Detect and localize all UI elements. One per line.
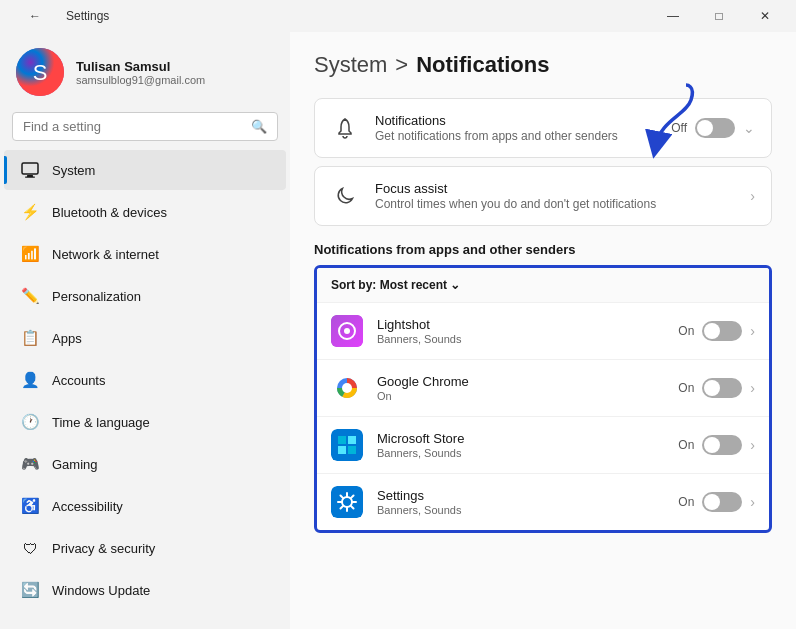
search-icon: 🔍 bbox=[251, 119, 267, 134]
nav-system-label: System bbox=[52, 163, 95, 178]
svg-rect-4 bbox=[25, 177, 35, 178]
chrome-name: Google Chrome bbox=[377, 374, 664, 389]
nav-accounts[interactable]: 👤 Accounts bbox=[4, 360, 286, 400]
nav-time[interactable]: 🕐 Time & language bbox=[4, 402, 286, 442]
lightshot-name: Lightshot bbox=[377, 317, 664, 332]
time-icon: 🕐 bbox=[20, 412, 40, 432]
bell-icon bbox=[331, 114, 359, 142]
focus-assist-text: Focus assist Control times when you do a… bbox=[375, 181, 734, 211]
chrome-detail: On bbox=[377, 390, 664, 402]
sort-by-label: Sort by: bbox=[331, 278, 376, 292]
nav-update[interactable]: 🔄 Windows Update bbox=[4, 570, 286, 610]
nav-apps[interactable]: 📋 Apps bbox=[4, 318, 286, 358]
nav-gaming[interactable]: 🎮 Gaming bbox=[4, 444, 286, 484]
breadcrumb-current: Notifications bbox=[416, 52, 549, 78]
profile-info: Tulisan Samsul samsulblog91@gmail.com bbox=[76, 59, 205, 86]
nav-bluetooth[interactable]: ⚡ Bluetooth & devices bbox=[4, 192, 286, 232]
focus-assist-subtitle: Control times when you do and don't get … bbox=[375, 197, 734, 211]
avatar: S bbox=[16, 48, 64, 96]
search-bar[interactable]: 🔍 bbox=[12, 112, 278, 141]
minimize-button[interactable]: — bbox=[650, 0, 696, 32]
focus-assist-row[interactable]: Focus assist Control times when you do a… bbox=[315, 167, 771, 225]
profile-section[interactable]: S Tulisan Samsul samsulblog91@gmail.com bbox=[0, 32, 290, 108]
apps-icon: 📋 bbox=[20, 328, 40, 348]
chrome-toggle-label: On bbox=[678, 381, 694, 395]
notifications-control: Off ⌄ bbox=[671, 118, 755, 138]
search-input[interactable] bbox=[23, 119, 243, 134]
maximize-button[interactable]: □ bbox=[696, 0, 742, 32]
app-title: Settings bbox=[66, 9, 109, 23]
focus-assist-control: › bbox=[750, 188, 755, 204]
app-row-settings[interactable]: Settings Banners, Sounds On › bbox=[317, 474, 769, 530]
lightshot-control: On › bbox=[678, 321, 755, 341]
msstore-toggle[interactable] bbox=[702, 435, 742, 455]
accessibility-icon: ♿ bbox=[20, 496, 40, 516]
notifications-toggle[interactable] bbox=[695, 118, 735, 138]
chrome-toggle[interactable] bbox=[702, 378, 742, 398]
system-icon bbox=[20, 160, 40, 180]
titlebar: ← Settings — □ ✕ bbox=[0, 0, 796, 32]
svg-rect-14 bbox=[348, 436, 356, 444]
chrome-icon bbox=[331, 372, 363, 404]
sort-dropdown-icon[interactable]: ⌄ bbox=[450, 278, 460, 292]
notifications-expand-icon[interactable]: ⌄ bbox=[743, 120, 755, 136]
focus-assist-chevron-icon[interactable]: › bbox=[750, 188, 755, 204]
lightshot-toggle[interactable] bbox=[702, 321, 742, 341]
settings-app-toggle[interactable] bbox=[702, 492, 742, 512]
app-row-chrome[interactable]: Google Chrome On On › bbox=[317, 360, 769, 417]
msstore-control: On › bbox=[678, 435, 755, 455]
close-button[interactable]: ✕ bbox=[742, 0, 788, 32]
svg-rect-13 bbox=[338, 436, 346, 444]
nav-time-label: Time & language bbox=[52, 415, 150, 430]
settings-app-name: Settings bbox=[377, 488, 664, 503]
svg-rect-12 bbox=[331, 429, 363, 461]
chrome-chevron-icon[interactable]: › bbox=[750, 380, 755, 396]
notifications-title: Notifications bbox=[375, 113, 655, 128]
msstore-chevron-icon[interactable]: › bbox=[750, 437, 755, 453]
settings-app-detail: Banners, Sounds bbox=[377, 504, 664, 516]
notifications-row[interactable]: Notifications Get notifications from app… bbox=[315, 99, 771, 157]
settings-app-chevron-icon[interactable]: › bbox=[750, 494, 755, 510]
msstore-detail: Banners, Sounds bbox=[377, 447, 664, 459]
chrome-info: Google Chrome On bbox=[377, 374, 664, 402]
nav-network[interactable]: 📶 Network & internet bbox=[4, 234, 286, 274]
app-row-lightshot[interactable]: Lightshot Banners, Sounds On › bbox=[317, 303, 769, 360]
svg-text:S: S bbox=[33, 60, 48, 85]
msstore-icon bbox=[331, 429, 363, 461]
svg-rect-17 bbox=[331, 486, 363, 518]
nav-update-label: Windows Update bbox=[52, 583, 150, 598]
nav-gaming-label: Gaming bbox=[52, 457, 98, 472]
nav-system[interactable]: System bbox=[4, 150, 286, 190]
sort-bar[interactable]: Sort by: Most recent ⌄ bbox=[317, 268, 769, 303]
lightshot-chevron-icon[interactable]: › bbox=[750, 323, 755, 339]
back-button[interactable]: ← bbox=[12, 0, 58, 32]
nav-personalization[interactable]: ✏️ Personalization bbox=[4, 276, 286, 316]
svg-point-8 bbox=[344, 328, 350, 334]
bluetooth-icon: ⚡ bbox=[20, 202, 40, 222]
breadcrumb: System > Notifications bbox=[314, 52, 772, 78]
notifications-text: Notifications Get notifications from app… bbox=[375, 113, 655, 143]
settings-app-control: On › bbox=[678, 492, 755, 512]
lightshot-toggle-label: On bbox=[678, 324, 694, 338]
notifications-toggle-label: Off bbox=[671, 121, 687, 135]
msstore-info: Microsoft Store Banners, Sounds bbox=[377, 431, 664, 459]
nav-apps-label: Apps bbox=[52, 331, 82, 346]
sort-value: Most recent bbox=[380, 278, 447, 292]
notifications-card: Notifications Get notifications from app… bbox=[314, 98, 772, 158]
personalization-icon: ✏️ bbox=[20, 286, 40, 306]
breadcrumb-parent[interactable]: System bbox=[314, 52, 387, 78]
settings-app-icon bbox=[331, 486, 363, 518]
network-icon: 📶 bbox=[20, 244, 40, 264]
lightshot-info: Lightshot Banners, Sounds bbox=[377, 317, 664, 345]
nav-privacy[interactable]: 🛡 Privacy & security bbox=[4, 528, 286, 568]
nav-personalization-label: Personalization bbox=[52, 289, 141, 304]
lightshot-icon bbox=[331, 315, 363, 347]
nav-accessibility[interactable]: ♿ Accessibility bbox=[4, 486, 286, 526]
settings-app-toggle-label: On bbox=[678, 495, 694, 509]
svg-rect-16 bbox=[348, 446, 356, 454]
update-icon: 🔄 bbox=[20, 580, 40, 600]
app-row-msstore[interactable]: Microsoft Store Banners, Sounds On › bbox=[317, 417, 769, 474]
apps-section-title: Notifications from apps and other sender… bbox=[314, 242, 772, 257]
focus-assist-title: Focus assist bbox=[375, 181, 734, 196]
svg-rect-15 bbox=[338, 446, 346, 454]
